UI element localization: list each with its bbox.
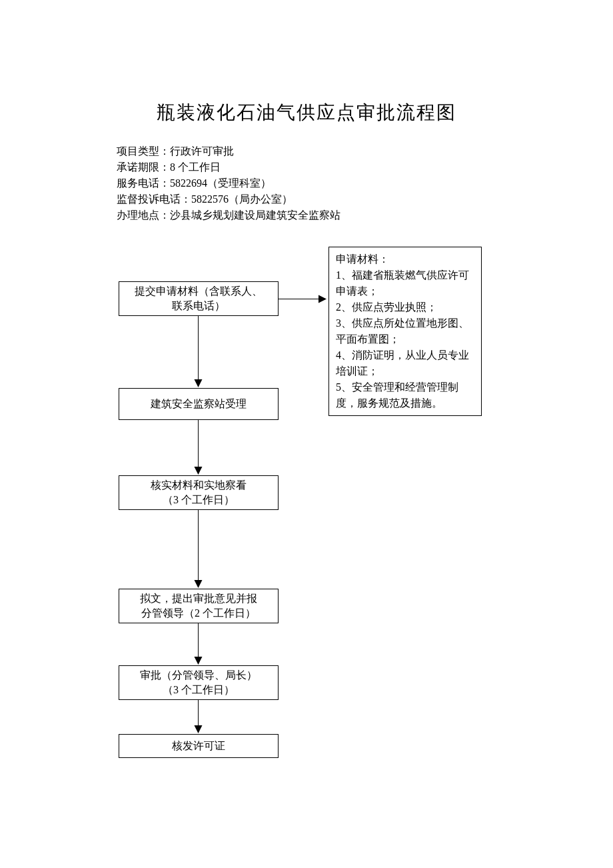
info-line: 服务电话：5822694（受理科室）	[117, 175, 340, 191]
arrow-head-down-icon	[195, 467, 203, 475]
step-verify: 核实材料和实地察看 （3 个工作日）	[119, 475, 279, 510]
step-text: 联系电话）	[172, 299, 225, 313]
page-title: 瓶装液化石油气供应点审批流程图	[0, 100, 613, 125]
info-line: 承诺期限：8 个工作日	[117, 159, 340, 175]
materials-item: 5、安全管理和经营管理制度，服务规范及措施。	[336, 379, 474, 411]
materials-item: 4、消防证明，从业人员专业培训证；	[336, 347, 474, 379]
step-text: （3 个工作日）	[163, 683, 235, 697]
arrow-line	[198, 420, 199, 467]
arrow-line	[198, 700, 199, 725]
step-draft: 拟文，提出审批意见并报 分管领导（2 个工作日）	[119, 589, 279, 623]
materials-title: 申请材料：	[336, 251, 474, 267]
step-approve: 审批（分管领导、局长） （3 个工作日）	[119, 665, 279, 700]
step-text: 建筑安全监察站受理	[151, 397, 247, 411]
arrow-line	[198, 623, 199, 657]
step-submit-materials: 提交申请材料（含联系人、 联系电话）	[119, 281, 279, 316]
arrow-head-down-icon	[195, 657, 203, 665]
step-text: 核发许可证	[172, 739, 225, 753]
info-line: 监督投诉电话：5822576（局办公室）	[117, 191, 340, 207]
materials-item: 3、供应点所处位置地形图、平面布置图；	[336, 315, 474, 347]
step-text: 拟文，提出审批意见并报	[140, 591, 257, 606]
step-text: 核实材料和实地察看	[151, 478, 247, 493]
info-line: 办理地点：沙县城乡规划建设局建筑安全监察站	[117, 207, 340, 223]
materials-box: 申请材料： 1、福建省瓶装燃气供应许可申请表； 2、供应点劳业执照； 3、供应点…	[328, 247, 482, 416]
step-text: 审批（分管领导、局长）	[140, 668, 257, 683]
info-block: 项目类型：行政许可审批 承诺期限：8 个工作日 服务电话：5822694（受理科…	[117, 143, 340, 223]
step-text: 分管领导（2 个工作日）	[141, 606, 256, 621]
step-accept: 建筑安全监察站受理	[119, 388, 279, 420]
info-line: 项目类型：行政许可审批	[117, 143, 340, 159]
arrow-line	[198, 510, 199, 580]
step-text: （3 个工作日）	[163, 493, 235, 507]
step-issue: 核发许可证	[119, 734, 279, 758]
arrow-line	[279, 299, 318, 299]
arrow-head-down-icon	[195, 580, 203, 588]
arrow-head-right-icon	[318, 295, 326, 303]
arrow-line	[198, 316, 199, 379]
arrow-head-down-icon	[195, 379, 203, 387]
materials-item: 1、福建省瓶装燃气供应许可申请表；	[336, 267, 474, 299]
arrow-head-down-icon	[195, 725, 203, 733]
materials-item: 2、供应点劳业执照；	[336, 299, 474, 315]
step-text: 提交申请材料（含联系人、	[135, 284, 263, 299]
